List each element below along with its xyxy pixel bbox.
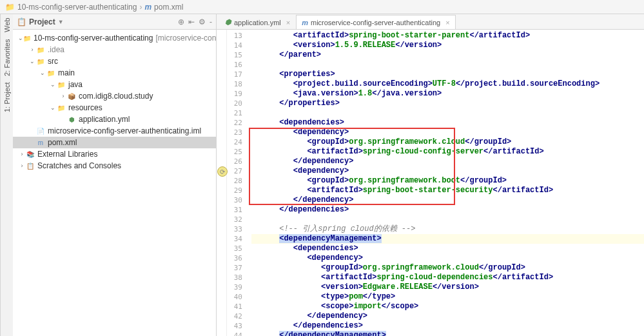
close-icon[interactable]: ×: [445, 19, 449, 26]
project-title[interactable]: 📋 Project ▼: [17, 17, 64, 26]
project-header: 📋 Project ▼ ⊕ ⇤ ⚙ -: [13, 14, 216, 30]
gear-icon[interactable]: ⚙: [199, 17, 206, 26]
tree-arrow-icon[interactable]: ›: [28, 46, 36, 53]
gutter-marker-icon[interactable]: ⟳: [217, 166, 228, 177]
project-title-label: Project: [29, 17, 55, 26]
code-line: <dependencies>: [251, 244, 644, 253]
tool-window-button[interactable]: 1: Project: [1, 83, 13, 112]
tree-arrow-icon[interactable]: ›: [18, 151, 26, 157]
breadcrumb: 📁 10-ms-config-server-authenticating › m…: [0, 0, 644, 14]
tree-arrow-icon[interactable]: ⌄: [49, 104, 57, 111]
tree-arrow-icon[interactable]: ›: [18, 163, 26, 169]
line-number: 33: [227, 224, 242, 234]
editor-tab[interactable]: mmicroservice-config-server-authenticati…: [296, 15, 455, 29]
code-line: <properties>: [251, 70, 644, 79]
editor-tab[interactable]: ⬢application.yml×: [219, 15, 296, 29]
line-number: 42: [227, 311, 242, 321]
line-number: 21: [227, 108, 242, 118]
tree-arrow-icon[interactable]: ›: [59, 93, 67, 99]
breadcrumb-file-label: pom.xml: [154, 3, 183, 12]
tree-node[interactable]: ⌄📁10-ms-config-server-authenticating [mi…: [13, 32, 216, 44]
tree-node-label: com.idig8.cloud.study: [79, 92, 153, 101]
line-number: 37: [227, 263, 242, 273]
tree-node[interactable]: ⬢application.yml: [13, 114, 216, 125]
autoscroll-icon[interactable]: ⊕: [178, 17, 184, 26]
collapse-icon[interactable]: ⇤: [188, 17, 195, 26]
code-line: </properties>: [251, 99, 644, 108]
line-number: 20: [227, 99, 242, 108]
tree-node[interactable]: 📄microservice-config-server-authenticati…: [13, 125, 216, 137]
breadcrumb-project[interactable]: 📁 10-ms-config-server-authenticating: [5, 3, 137, 12]
line-number: 24: [227, 137, 242, 147]
gutter-fold[interactable]: ⟳: [217, 30, 227, 336]
tool-window-button[interactable]: Web: [1, 18, 13, 32]
code-line: <artifactId>spring-boot-starter-parent</…: [251, 31, 644, 41]
code-line: <artifactId>spring-cloud-config-server</…: [251, 147, 644, 157]
code-line: <groupId>org.springframework.boot</group…: [251, 176, 644, 186]
line-number: 36: [227, 253, 242, 263]
editor-body[interactable]: ⟳ 13141516171819202122232425262728293031…: [217, 30, 644, 336]
tree-node-label: 10-ms-config-server-authenticating: [34, 34, 153, 43]
tree-node-icon: 📁: [23, 34, 31, 43]
line-number: 22: [227, 118, 242, 128]
line-number: 28: [227, 176, 242, 186]
tool-window-button[interactable]: 2: Favorites: [1, 39, 13, 75]
tree-node[interactable]: ⌄📁resources: [13, 102, 216, 114]
tree-node[interactable]: ›📦com.idig8.cloud.study: [13, 90, 216, 102]
tree-node-icon: 📄: [36, 126, 45, 135]
code-line: <dependencies>: [251, 118, 644, 128]
tree-node-icon: 📚: [26, 150, 35, 159]
tree-node[interactable]: ⌄📁src: [13, 55, 216, 67]
breadcrumb-file[interactable]: m pom.xml: [144, 3, 183, 12]
line-number: 14: [227, 41, 242, 50]
line-number: 40: [227, 292, 242, 302]
code-line: <dependencyManagement>: [251, 234, 644, 244]
tree-arrow-icon[interactable]: ⌄: [28, 58, 36, 64]
tree-node[interactable]: ⌄📁java: [13, 79, 216, 90]
editor-area: ⬢application.yml×mmicroservice-config-se…: [217, 14, 644, 336]
code-line: [251, 60, 644, 70]
tree-node-label: main: [58, 68, 75, 77]
tree-node-icon: 📦: [67, 92, 76, 101]
project-tree[interactable]: ⌄📁10-ms-config-server-authenticating [mi…: [13, 30, 216, 174]
code-line: <artifactId>spring-boot-starter-security…: [251, 186, 644, 195]
code-line: [251, 108, 644, 118]
code-line: <version>1.5.9.RELEASE</version>: [251, 41, 644, 50]
code-line: <project.build.sourceEncoding>UTF-8</pro…: [251, 79, 644, 89]
line-number: 18: [227, 79, 242, 89]
file-type-icon: m: [302, 19, 308, 26]
tree-node-label: application.yml: [79, 115, 130, 124]
hide-icon[interactable]: -: [210, 17, 212, 26]
tree-arrow-icon[interactable]: ⌄: [39, 70, 46, 76]
tree-node[interactable]: ›📋Scratches and Consoles: [13, 160, 216, 172]
line-number: 34: [227, 234, 242, 244]
line-number: 23: [227, 128, 242, 137]
tree-node[interactable]: ›📁.idea: [13, 44, 216, 55]
tree-arrow-icon[interactable]: ⌄: [49, 81, 57, 88]
close-icon[interactable]: ×: [286, 19, 290, 26]
chevron-right-icon: ›: [139, 3, 142, 12]
line-number: 29: [227, 186, 242, 195]
file-type-icon: ⬢: [225, 18, 231, 26]
breadcrumb-project-label: 10-ms-config-server-authenticating: [17, 3, 137, 12]
code-line: </dependencies>: [251, 321, 644, 331]
code-line: <dependency>: [251, 253, 644, 263]
tree-node[interactable]: ⌄📁main: [13, 67, 216, 79]
code-line: <groupId>org.springframework.cloud</grou…: [251, 137, 644, 147]
line-number: 41: [227, 302, 242, 311]
editor-tabs: ⬢application.yml×mmicroservice-config-se…: [217, 14, 644, 30]
line-number: 32: [227, 215, 242, 224]
code-content[interactable]: <artifactId>spring-boot-starter-parent</…: [246, 30, 644, 336]
tree-node[interactable]: mpom.xml: [13, 137, 216, 148]
line-number: 25: [227, 147, 242, 157]
folder-icon: 📁: [5, 3, 15, 12]
code-line: <artifactId>spring-cloud-dependencies</a…: [251, 273, 644, 282]
tree-node-icon: 📋: [26, 161, 35, 170]
line-number: 31: [227, 205, 242, 215]
code-line: </dependency>: [251, 157, 644, 166]
line-number: 43: [227, 321, 242, 331]
tree-node[interactable]: ›📚External Libraries: [13, 148, 216, 160]
left-tool-window-bar: 1: Project2: FavoritesWeb: [0, 14, 13, 336]
dropdown-icon: ▼: [58, 19, 64, 25]
tree-arrow-icon[interactable]: ⌄: [18, 35, 23, 41]
